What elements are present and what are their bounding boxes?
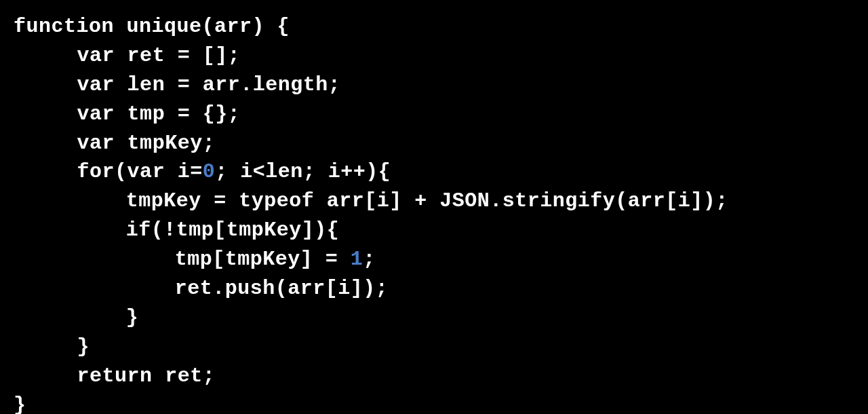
- code-token: return ret;: [77, 364, 216, 388]
- code-line-1: function unique(arr) {: [14, 12, 854, 41]
- code-line-12: }: [14, 333, 854, 362]
- code-line-8: if(!tmp[tmpKey]){: [14, 216, 854, 245]
- code-line-7: tmpKey = typeof arr[i] + JSON.stringify(…: [14, 187, 854, 216]
- code-token: var ret = [];: [77, 44, 241, 67]
- code-block: function unique(arr) {var ret = [];var l…: [14, 12, 854, 414]
- code-token: for(var i=: [77, 160, 203, 183]
- code-token: ; i<len; i++){: [215, 160, 391, 183]
- code-token: var tmpKey;: [77, 132, 216, 155]
- code-token: }: [126, 306, 139, 329]
- code-line-9: tmp[tmpKey] = 1;: [14, 245, 854, 274]
- code-token: var tmp = {};: [77, 102, 241, 126]
- code-token-number: 0: [203, 160, 216, 183]
- code-line-6: for(var i=0; i<len; i++){: [14, 157, 854, 187]
- code-line-2: var ret = [];: [14, 41, 854, 71]
- code-line-14: }: [14, 391, 854, 414]
- code-line-10: ret.push(arr[i]);: [14, 274, 854, 303]
- code-line-3: var len = arr.length;: [14, 71, 854, 100]
- code-token: ret.push(arr[i]);: [175, 277, 389, 300]
- code-token: }: [77, 335, 90, 358]
- code-token: }: [14, 394, 26, 414]
- code-token: tmp[tmpKey] =: [175, 248, 351, 271]
- code-line-11: }: [14, 303, 854, 333]
- code-token: var len = arr.length;: [77, 73, 341, 96]
- code-token: function unique(arr) {: [14, 15, 290, 38]
- code-line-13: return ret;: [14, 362, 854, 391]
- code-line-4: var tmp = {};: [14, 100, 854, 129]
- code-token: tmpKey = typeof arr[i] + JSON.stringify(…: [126, 189, 728, 212]
- code-token: if(!tmp[tmpKey]){: [126, 219, 340, 242]
- code-line-5: var tmpKey;: [14, 129, 854, 158]
- code-token-number: 1: [351, 248, 363, 271]
- code-token: ;: [363, 248, 376, 271]
